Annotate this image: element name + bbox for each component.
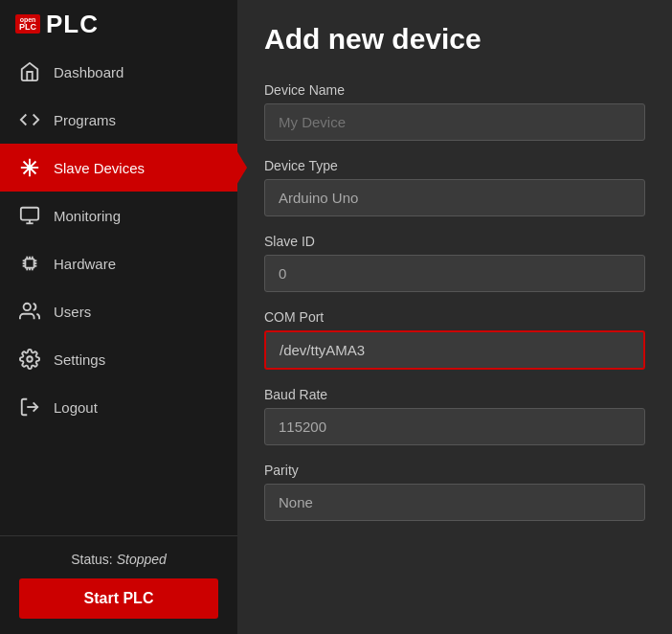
code-icon xyxy=(19,109,40,130)
sidebar-label-settings: Settings xyxy=(54,351,105,368)
sidebar-item-programs[interactable]: Programs xyxy=(0,96,237,144)
slave-id-input[interactable] xyxy=(264,255,645,292)
com-port-group: COM Port xyxy=(264,309,645,370)
sidebar-item-settings[interactable]: Settings xyxy=(0,335,237,383)
device-type-group: Device Type xyxy=(264,158,645,216)
sidebar-label-dashboard: Dashboard xyxy=(54,64,123,80)
sidebar-item-logout[interactable]: Logout xyxy=(0,383,237,431)
page-title: Add new device xyxy=(264,23,645,56)
svg-point-21 xyxy=(24,304,31,310)
sidebar-item-slave-devices[interactable]: Slave Devices xyxy=(0,144,237,192)
svg-point-22 xyxy=(27,356,33,362)
device-name-group: Device Name xyxy=(264,82,645,141)
svg-rect-8 xyxy=(25,259,34,267)
sidebar-item-hardware[interactable]: Hardware xyxy=(0,239,237,287)
slave-id-label: Slave ID xyxy=(264,234,645,249)
logo-box: open PLC PLC xyxy=(15,10,99,39)
sidebar-nav: Dashboard Programs xyxy=(0,48,237,535)
parity-input[interactable] xyxy=(264,484,645,521)
sidebar-item-users[interactable]: Users xyxy=(0,287,237,335)
slave-id-group: Slave ID xyxy=(264,234,645,292)
parity-group: Parity xyxy=(264,463,645,521)
plc-status: Status: Stopped xyxy=(71,552,167,567)
device-type-label: Device Type xyxy=(264,158,645,173)
snowflake-icon xyxy=(19,157,40,178)
sidebar-label-monitoring: Monitoring xyxy=(54,208,121,224)
sidebar-label-users: Users xyxy=(54,304,91,320)
logout-icon xyxy=(19,396,40,418)
com-port-label: COM Port xyxy=(264,309,645,325)
logo: open PLC PLC xyxy=(0,0,237,48)
device-name-input[interactable] xyxy=(264,103,645,141)
monitor-icon xyxy=(19,205,40,226)
device-name-label: Device Name xyxy=(264,82,645,98)
sidebar-label-slave-devices: Slave Devices xyxy=(54,160,145,176)
sidebar-label-logout: Logout xyxy=(54,399,98,416)
home-icon xyxy=(19,61,40,82)
baud-rate-label: Baud Rate xyxy=(264,387,645,402)
sidebar-label-hardware: Hardware xyxy=(54,256,116,272)
baud-rate-group: Baud Rate xyxy=(264,387,645,445)
device-type-input[interactable] xyxy=(264,179,645,216)
users-icon xyxy=(19,301,40,322)
baud-rate-input[interactable] xyxy=(264,408,645,445)
sidebar-bottom: Status: Stopped Start PLC xyxy=(0,535,237,634)
settings-icon xyxy=(19,349,40,370)
parity-label: Parity xyxy=(264,463,645,478)
sidebar-label-programs: Programs xyxy=(54,112,116,128)
status-value: Stopped xyxy=(117,552,167,567)
chip-icon xyxy=(19,253,40,274)
logo-text: PLC xyxy=(46,10,99,39)
main-content: Add new device Device Name Device Type S… xyxy=(237,0,672,634)
sidebar-item-monitoring[interactable]: Monitoring xyxy=(0,192,237,239)
com-port-input[interactable] xyxy=(264,330,645,370)
status-label: Status: xyxy=(71,552,113,567)
start-plc-button[interactable]: Start PLC xyxy=(19,578,218,619)
svg-rect-5 xyxy=(21,208,38,220)
sidebar-item-dashboard[interactable]: Dashboard xyxy=(0,48,237,96)
sidebar: open PLC PLC Dashboard xyxy=(0,0,237,634)
logo-badge-plc: PLC xyxy=(19,23,36,32)
logo-badge: open PLC xyxy=(15,14,40,34)
